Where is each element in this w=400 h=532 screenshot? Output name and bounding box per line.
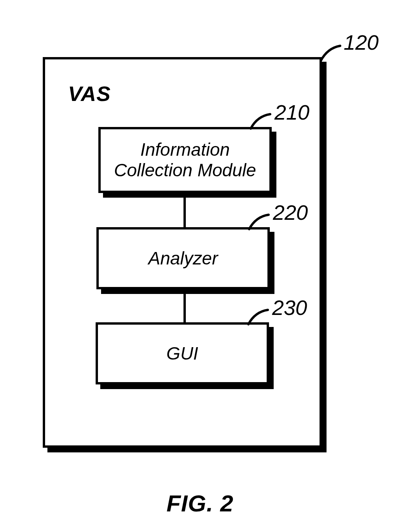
container-label: VAS (68, 82, 111, 106)
connector-1-2 (183, 198, 186, 227)
block-analyzer: Analyzer (96, 227, 270, 289)
leader-container (319, 43, 346, 67)
leader-block-1 (249, 112, 276, 134)
ref-block-1: 210 (274, 100, 309, 124)
block-gui: GUI (96, 322, 269, 384)
diagram-canvas: VAS 120 Information Collection Module 21… (0, 0, 400, 532)
ref-block-2: 220 (273, 200, 308, 224)
ref-block-3: 230 (272, 296, 307, 320)
block-information-collection-module: Information Collection Module (98, 127, 272, 193)
figure-caption: FIG. 2 (0, 490, 400, 517)
leader-block-3 (246, 308, 274, 329)
leader-block-2 (247, 213, 274, 234)
ref-container: 120 (344, 30, 379, 54)
connector-2-3 (183, 294, 186, 322)
